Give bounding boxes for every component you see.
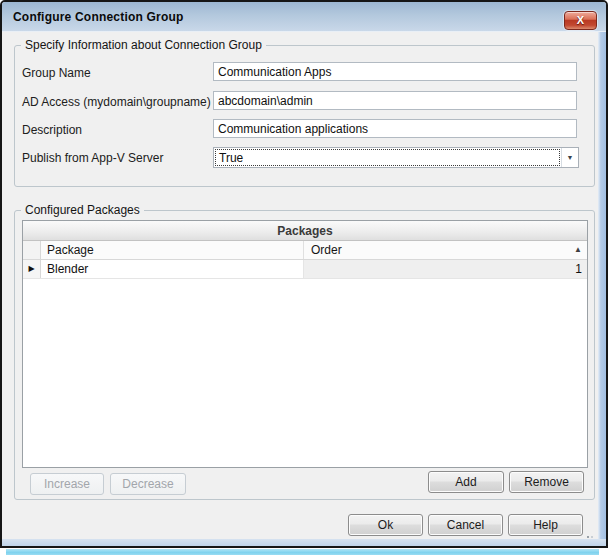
table-row[interactable]: ▶ Blender 1: [23, 260, 587, 279]
window-title: Configure Connection Group: [13, 10, 184, 24]
sort-ascending-icon: ▲: [574, 246, 582, 254]
info-groupbox-legend: Specify Information about Connection Gro…: [21, 38, 266, 52]
close-icon: X: [577, 14, 584, 26]
increase-button[interactable]: Increase: [30, 473, 104, 495]
publish-combobox[interactable]: True ▼: [213, 147, 579, 168]
publish-combobox-value: True: [215, 149, 560, 166]
ad-access-label: AD Access (mydomain\groupname): [22, 95, 211, 109]
packages-grid-header-row: Package Order ▲: [23, 241, 587, 260]
decrease-button[interactable]: Decrease: [110, 473, 186, 495]
packages-groupbox-legend: Configured Packages: [21, 203, 144, 217]
chevron-down-icon: ▼: [567, 154, 574, 161]
packages-grid-title: Packages: [23, 221, 587, 241]
cancel-button[interactable]: Cancel: [428, 514, 503, 536]
row-selector-cell[interactable]: ▶: [23, 260, 41, 278]
order-cell[interactable]: 1: [304, 260, 587, 278]
window-edge-right: [598, 32, 606, 540]
ad-access-input[interactable]: [213, 91, 577, 110]
publish-combobox-dropdown-button[interactable]: ▼: [561, 148, 578, 167]
group-name-input[interactable]: [213, 62, 577, 81]
remove-button[interactable]: Remove: [509, 471, 584, 493]
row-selector-header-cell: [23, 241, 41, 259]
package-cell[interactable]: Blender: [41, 260, 304, 278]
help-button[interactable]: Help: [508, 514, 583, 536]
window-edge-bottom: [2, 539, 606, 546]
add-button[interactable]: Add: [428, 471, 504, 493]
column-header-package[interactable]: Package: [41, 241, 304, 259]
column-header-order[interactable]: Order ▲: [304, 241, 587, 259]
dialog-window: Configure Connection Group X Specify Inf…: [0, 0, 608, 548]
group-name-label: Group Name: [22, 66, 91, 80]
window-glass-bottom-strip: [6, 549, 599, 555]
description-input[interactable]: [213, 119, 577, 138]
packages-grid[interactable]: Packages Package Order ▲ ▶ Blender 1: [22, 220, 588, 468]
resize-grip[interactable]: [587, 536, 589, 538]
current-row-icon: ▶: [28, 265, 34, 273]
description-label: Description: [22, 123, 82, 137]
ok-button[interactable]: Ok: [348, 514, 423, 536]
close-button[interactable]: X: [564, 11, 597, 30]
publish-label: Publish from App-V Server: [22, 151, 163, 165]
titlebar[interactable]: Configure Connection Group X: [2, 2, 606, 32]
